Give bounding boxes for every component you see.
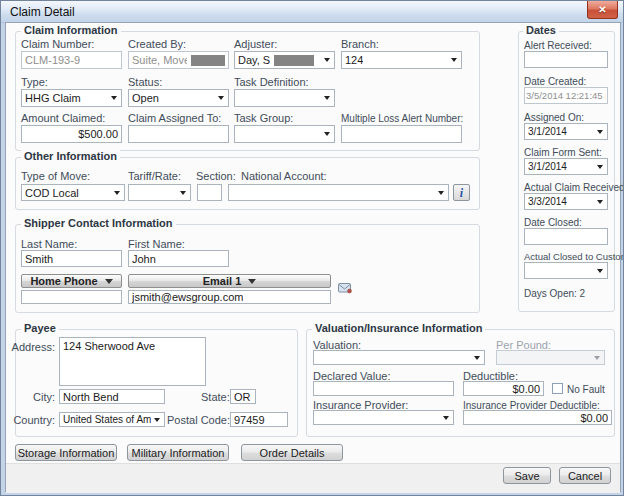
info-icon: i [460, 187, 463, 199]
national-account-combo[interactable] [228, 184, 449, 201]
task-definition-combo[interactable] [234, 89, 335, 107]
claim-detail-window: Claim Detail ✕ Claim Information Claim N… [0, 0, 624, 496]
dropdown-arrow-icon [597, 269, 603, 273]
legend-shipper-contact: Shipper Contact Information [21, 217, 176, 229]
national-account-info-button[interactable]: i [453, 184, 470, 201]
dropdown-arrow-icon [597, 200, 603, 204]
assigned-on-label: Assigned On: [524, 112, 584, 123]
legend-claim-information: Claim Information [21, 24, 121, 36]
insurance-provider-deductible-field[interactable]: $0.00 [463, 410, 612, 425]
task-group-label: Task Group: [234, 112, 293, 124]
claim-number-label: Claim Number: [21, 38, 94, 50]
phone-field[interactable] [21, 290, 122, 304]
dropdown-arrow-icon [154, 418, 160, 422]
multiple-loss-alert-number-label: Multiple Loss Alert Number: [341, 113, 463, 124]
legend-other-information: Other Information [21, 150, 120, 162]
branch-combo[interactable]: 124 [341, 51, 462, 69]
legend-valuation-insurance: Valuation/Insurance Information [312, 322, 485, 334]
cancel-button[interactable]: Cancel [559, 467, 611, 484]
dropdown-arrow-icon [114, 191, 120, 195]
dropdown-arrow-icon [597, 130, 603, 134]
status-label: Status: [128, 76, 162, 88]
dropdown-arrow-icon [451, 58, 457, 62]
address-field[interactable]: 124 Sherwood Ave [59, 337, 206, 386]
dropdown-arrow-icon [594, 356, 600, 360]
task-group-combo[interactable] [234, 125, 335, 143]
country-label: Country: [9, 414, 55, 426]
adjuster-label: Adjuster: [234, 38, 277, 50]
dropdown-arrow-icon [443, 416, 449, 420]
amount-claimed-field[interactable]: $500.00 [21, 125, 122, 143]
dropdown-arrow-icon [105, 279, 113, 284]
deductible-field[interactable]: $0.00 [463, 381, 544, 396]
claim-assigned-to-field[interactable] [128, 125, 229, 143]
branch-label: Branch: [341, 38, 379, 50]
date-closed-field[interactable] [524, 228, 608, 245]
redacted-text [191, 55, 225, 66]
postal-code-field[interactable]: 97459 [230, 412, 288, 427]
alert-received-label: Alert Received: [524, 40, 592, 51]
country-combo[interactable]: United States of Ameri [59, 412, 165, 427]
legend-payee: Payee [21, 322, 59, 334]
email1-button[interactable]: Email 1 [128, 274, 331, 288]
close-button[interactable]: ✕ [587, 1, 618, 19]
type-combo[interactable]: HHG Claim [21, 89, 122, 107]
actual-closed-to-customer-combo[interactable] [524, 262, 608, 279]
claim-form-sent-label: Claim Form Sent: [524, 147, 602, 158]
postal-code-label: Postal Code: [167, 414, 230, 426]
city-field[interactable]: North Bend [59, 389, 165, 404]
order-details-button[interactable]: Order Details [241, 444, 343, 461]
insurance-provider-combo[interactable] [313, 410, 454, 425]
actual-claim-received-combo[interactable]: 3/3/2014 [524, 193, 608, 210]
status-combo[interactable]: Open [128, 89, 229, 107]
first-name-field[interactable]: John [128, 250, 229, 267]
title-bar[interactable] [1, 1, 624, 23]
legend-dates: Dates [523, 24, 559, 36]
section-label: Section: [196, 170, 236, 182]
dropdown-arrow-icon [324, 132, 330, 136]
claim-form-sent-combo[interactable]: 3/1/2014 [524, 158, 608, 175]
section-field[interactable] [197, 184, 222, 201]
type-of-move-label: Type of Move: [21, 170, 90, 182]
alert-received-field[interactable] [524, 51, 608, 68]
type-of-move-combo[interactable]: COD Local [21, 184, 125, 201]
task-definition-label: Task Definition: [234, 76, 309, 88]
type-label: Type: [21, 76, 48, 88]
national-account-label: National Account: [241, 170, 327, 182]
email-icon[interactable] [338, 282, 352, 294]
date-created-label: Date Created: [524, 76, 586, 87]
days-open-text: Days Open: 2 [524, 288, 585, 299]
dropdown-arrow-icon [180, 191, 186, 195]
date-created-field[interactable]: 3/5/2014 12:21:45 PM [524, 87, 608, 104]
home-phone-button[interactable]: Home Phone [21, 274, 122, 288]
state-field[interactable]: OR [230, 389, 256, 404]
first-name-label: First Name: [128, 238, 185, 250]
tariff-rate-combo[interactable] [128, 184, 191, 201]
save-button[interactable]: Save [503, 467, 551, 484]
adjuster-combo[interactable]: Day, S [234, 51, 335, 69]
state-label: State: [201, 391, 230, 403]
storage-information-button[interactable]: Storage Information [15, 444, 117, 461]
address-label: Address: [11, 341, 55, 353]
tariff-rate-label: Tariff/Rate: [128, 170, 181, 182]
valuation-combo[interactable] [313, 350, 485, 365]
multiple-loss-alert-number-field[interactable] [341, 125, 462, 143]
per-pound-combo[interactable] [496, 350, 605, 365]
date-closed-label: Date Closed: [524, 217, 582, 228]
dropdown-arrow-icon [597, 165, 603, 169]
created-by-field[interactable]: Suite, Movers [128, 51, 229, 69]
military-information-button[interactable]: Military Information [127, 444, 229, 461]
created-by-label: Created By: [128, 38, 186, 50]
actual-claim-received-label: Actual Claim Received: [524, 182, 624, 193]
last-name-field[interactable]: Smith [21, 250, 122, 267]
dropdown-arrow-icon [218, 96, 224, 100]
city-label: City: [11, 391, 55, 403]
dropdown-arrow-icon [324, 58, 330, 62]
claim-number-field[interactable]: CLM-193-9 [21, 51, 122, 69]
no-fault-checkbox[interactable] [552, 383, 563, 394]
assigned-on-combo[interactable]: 3/1/2014 [524, 123, 608, 140]
declared-value-field[interactable] [313, 381, 454, 396]
email-field[interactable]: jsmith@ewsgroup.com [128, 290, 331, 304]
dropdown-arrow-icon [438, 191, 444, 195]
close-icon: ✕ [598, 4, 606, 15]
